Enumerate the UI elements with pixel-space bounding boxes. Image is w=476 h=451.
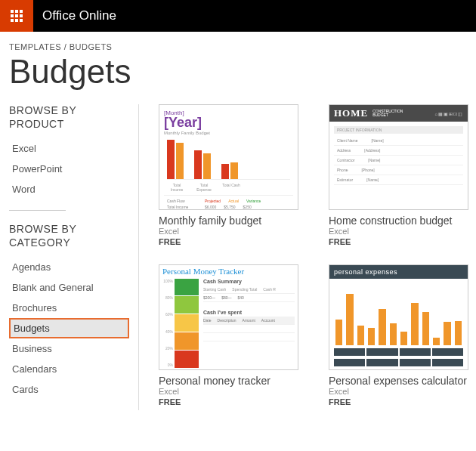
page-title: Budgets — [9, 53, 468, 91]
template-app: Excel — [329, 387, 468, 396]
thumb-title: Personal Money Tracker — [159, 265, 298, 277]
template-card[interactable]: [Month] [Year] Monthly Family Budget Tot… — [159, 104, 298, 251]
thumb-header: personal expenses — [329, 265, 468, 279]
thumb-header: HOME CONSTRUCTIONBUDGET ⌂▦▣⊞⊡◫ — [329, 105, 468, 122]
sidebar-product-powerpoint[interactable]: PowerPoint — [9, 159, 129, 179]
template-price: FREE — [329, 397, 468, 406]
thumb-footer — [329, 348, 468, 359]
template-app: Excel — [329, 227, 468, 236]
sidebar-category-agendas[interactable]: Agendas — [9, 257, 129, 277]
template-title: Personal expenses calculator — [329, 375, 468, 387]
template-card[interactable]: personal expenses — [329, 264, 468, 411]
breadcrumb: TEMPLATES / BUDGETS — [9, 42, 468, 51]
sidebar-divider — [9, 210, 66, 211]
category-list: Agendas Blank and General Brochures Budg… — [9, 257, 129, 400]
template-app: Excel — [159, 387, 298, 396]
template-card[interactable]: Personal Money Tracker 100% 80% 60% 40% … — [159, 264, 298, 411]
thumb-body: PROJECT INFORMATION Client Name[Name] Ad… — [329, 122, 468, 190]
thumb-header-icons: ⌂▦▣⊞⊡◫ — [434, 111, 463, 116]
breadcrumb-parent[interactable]: TEMPLATES — [9, 42, 61, 51]
sidebar-category-blank[interactable]: Blank and General — [9, 277, 129, 298]
thumb-gauge — [173, 277, 200, 369]
template-thumbnail[interactable]: HOME CONSTRUCTIONBUDGET ⌂▦▣⊞⊡◫ PROJECT I… — [329, 104, 468, 210]
thumb-footer — [329, 359, 468, 369]
template-price: FREE — [329, 237, 468, 246]
thumb-data-table: Cash Flow Projected Actual Variance Tota… — [164, 195, 293, 210]
sidebar-category-brochures[interactable]: Brochures — [9, 298, 129, 318]
sidebar-category-business[interactable]: Business — [9, 338, 129, 359]
browse-by-product-heading: BROWSE BY PRODUCT — [9, 104, 129, 131]
template-price: FREE — [159, 397, 298, 406]
thumb-chart — [329, 279, 468, 348]
sidebar-category-calendars[interactable]: Calendars — [9, 359, 129, 379]
thumb-chart — [167, 140, 290, 180]
template-title: Monthly family budget — [159, 215, 298, 227]
sidebar-category-budgets[interactable]: Budgets — [9, 318, 129, 338]
template-thumbnail[interactable]: Personal Money Tracker 100% 80% 60% 40% … — [159, 264, 298, 370]
thumb-subtitle: Monthly Family Budget — [164, 131, 293, 135]
template-app: Excel — [159, 227, 298, 236]
waffle-icon — [11, 10, 23, 22]
thumb-summary: Cash Summary Starting Cash Spending Tota… — [200, 277, 298, 369]
template-title: Home construction budget — [329, 215, 468, 227]
template-card[interactable]: HOME CONSTRUCTIONBUDGET ⌂▦▣⊞⊡◫ PROJECT I… — [329, 104, 468, 251]
sidebar-category-cards[interactable]: Cards — [9, 379, 129, 400]
sidebar-product-excel[interactable]: Excel — [9, 138, 129, 159]
product-list: Excel PowerPoint Word — [9, 138, 129, 199]
brand-title: Office Online — [33, 0, 476, 32]
template-thumbnail[interactable]: personal expenses — [329, 264, 468, 370]
sidebar-product-word[interactable]: Word — [9, 179, 129, 199]
breadcrumb-current: BUDGETS — [70, 42, 113, 51]
template-title: Personal money tracker — [159, 375, 298, 387]
app-launcher[interactable] — [0, 0, 33, 32]
thumb-categories: Total Income Total Expense Total Cash — [167, 183, 290, 192]
template-price: FREE — [159, 237, 298, 246]
thumb-year: [Year] — [164, 115, 293, 131]
template-thumbnail[interactable]: [Month] [Year] Monthly Family Budget Tot… — [159, 104, 298, 210]
browse-by-category-heading: BROWSE BY CATEGORY — [9, 223, 129, 249]
